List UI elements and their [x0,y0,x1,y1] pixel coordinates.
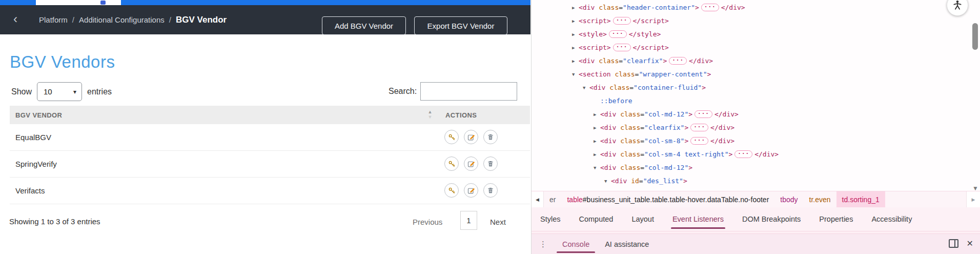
expand-dots-button[interactable]: ··· [701,4,719,11]
collapsed-arrow-icon[interactable]: ▶ [572,14,579,28]
crumb-selected[interactable]: td.sorting_1 [836,191,885,207]
collapsed-arrow-icon[interactable]: ▶ [572,54,579,68]
split-panel-icon[interactable] [949,239,958,248]
tab-event-listeners[interactable]: Event Listeners [672,207,724,231]
back-chevron-icon[interactable]: ‹ [13,12,17,26]
expanded-arrow-icon[interactable]: ▼ [583,81,589,94]
crumb[interactable]: tr.even [804,191,836,207]
column-header-bgv-vendor[interactable]: BGV VENDOR [15,111,62,119]
edit-action-button[interactable] [464,157,478,171]
tab-dom-breakpoints[interactable]: DOM Breakpoints [742,207,801,231]
trash-icon [486,160,495,168]
expand-dots-button[interactable]: ··· [669,57,687,65]
tree-node[interactable]: ▼<div class="col-md-12"> [532,161,971,174]
add-bgv-vendor-button[interactable]: Add BGV Vendor [322,16,406,35]
collapsed-arrow-icon[interactable]: ▶ [594,121,600,134]
crumbs-list: ertable#business_unit_table.table.table-… [544,191,885,207]
collapsed-arrow-icon[interactable]: ▶ [594,134,600,148]
crumb[interactable]: tbody [774,191,803,207]
tree-node[interactable]: ▼<section class="wrapper-content"> [532,68,971,81]
table-body: EqualBGVSpringVerifyVerifacts [10,124,530,204]
tab-computed[interactable]: Computed [579,207,614,231]
crumb-scroll-left[interactable]: ◀ [532,191,544,207]
delete-action-button[interactable] [483,183,498,198]
sort-arrows-icon[interactable]: ▲ ▼ [427,109,433,120]
collapsed-arrow-icon[interactable]: ▶ [594,148,600,161]
tree-node[interactable]: ▼<div class="container-fluid"> [532,81,971,94]
crumb[interactable]: er [544,191,561,207]
breadcrumb-link[interactable]: Platform [39,15,68,24]
expanded-arrow-icon[interactable]: ▼ [572,68,579,81]
search-input[interactable] [420,82,517,101]
collapsed-arrow-icon[interactable]: ▶ [594,108,600,121]
tree-node[interactable]: ▶<script>···</script> [532,14,971,28]
edit-action-button[interactable] [464,183,478,198]
browser-tab-sliver[interactable] [36,0,121,5]
tree-node[interactable]: ::before [532,94,971,108]
tree-node[interactable]: ▶<div class="clearfix">···</div> [532,121,971,134]
crumb-segment: table [567,196,582,204]
collapsed-arrow-icon[interactable]: ▶ [572,1,579,14]
tree-node[interactable]: ▶<script>···</script> [532,41,971,54]
breadcrumb-separator: / [72,15,74,24]
expand-dots-button[interactable]: ··· [609,30,627,38]
tab-accessibility[interactable]: Accessibility [871,207,912,231]
tree-node[interactable]: ▶<style>···</style> [532,28,971,41]
delete-action-button[interactable] [483,157,498,171]
pagination-next[interactable]: Next [490,218,506,226]
chevron-down-icon: ▾ [73,88,76,95]
expand-dots-button[interactable]: ··· [690,124,708,131]
page-size-select[interactable]: 10 ▾ [37,82,82,101]
tab-styles[interactable]: Styles [540,207,561,231]
expand-dots-button[interactable]: ··· [613,44,631,51]
devtools-breadcrumb-bar: ◀ ertable#business_unit_table.table.tabl… [532,191,980,207]
collapsed-arrow-icon[interactable]: ▶ [572,41,579,54]
table-row: EqualBGV [10,124,530,151]
pagination-previous[interactable]: Previous [413,218,442,226]
top-blue-strip [0,0,530,5]
edit-icon [467,186,476,195]
close-icon[interactable]: ✕ [967,239,973,248]
vendor-name: SpringVerify [15,160,57,168]
expand-dots-button[interactable]: ··· [734,150,752,158]
expand-dots-button[interactable]: ··· [695,110,712,118]
tree-node[interactable]: ▼<div id="des_list"> [532,174,971,188]
tree-node[interactable]: ▶<div class="col-sm-4 text-right">···</d… [532,148,971,161]
tree-node[interactable]: ▶<div class="header-container">···</div> [532,1,971,14]
crumb-scroll-right[interactable]: ▶ [966,191,980,207]
tree-node[interactable]: ▶<div class="col-md-12">···</div> [532,108,971,121]
delete-action-button[interactable] [483,130,498,144]
expand-dots-button[interactable]: ··· [690,137,708,145]
devtools-drawer: ⋮ ConsoleAI assistance ✕ [532,234,980,254]
tab-layout[interactable]: Layout [631,207,654,231]
collapsed-arrow-icon[interactable]: ▶ [572,28,579,41]
drawer-tab-ai-assistance[interactable]: AI assistance [605,234,649,254]
row-actions [444,130,498,144]
search-label: Search: [389,87,417,96]
expanded-arrow-icon[interactable]: ▼ [604,174,611,188]
trash-icon [486,133,495,141]
export-bgv-vendor-button[interactable]: Export BGV Vendor [414,16,507,35]
edit-action-button[interactable] [464,130,478,144]
key-icon [447,186,456,195]
key-icon [447,160,456,168]
crumb[interactable]: table#business_unit_table.table.table-ho… [561,191,774,207]
credentials-action-button[interactable] [444,183,459,198]
breadcrumb-link[interactable]: Additional Configurations [79,15,165,24]
pagination-page-1[interactable]: 1 [460,211,477,230]
tab-properties[interactable]: Properties [819,207,853,231]
breadcrumb-current: BGV Vendor [176,15,227,25]
scrollbar-thumb[interactable] [972,23,978,50]
kebab-menu-icon[interactable]: ⋮ [539,240,547,249]
devtools-sidebar-tabs: StylesComputedLayoutEvent ListenersDOM B… [532,207,980,231]
credentials-action-button[interactable] [444,130,459,144]
drawer-tabs: ConsoleAI assistance [547,234,649,254]
tree-node[interactable]: ▶<div class="col-sm-8">···</div> [532,134,971,148]
expanded-arrow-icon[interactable]: ▼ [594,161,600,174]
drawer-tab-console[interactable]: Console [562,234,589,254]
edit-icon [467,160,476,168]
entries-summary: Showing 1 to 3 of 3 entries [9,217,100,226]
tree-node[interactable]: ▶<div class="clearfix">···</div> [532,54,971,68]
credentials-action-button[interactable] [444,157,459,171]
expand-dots-button[interactable]: ··· [613,17,631,25]
